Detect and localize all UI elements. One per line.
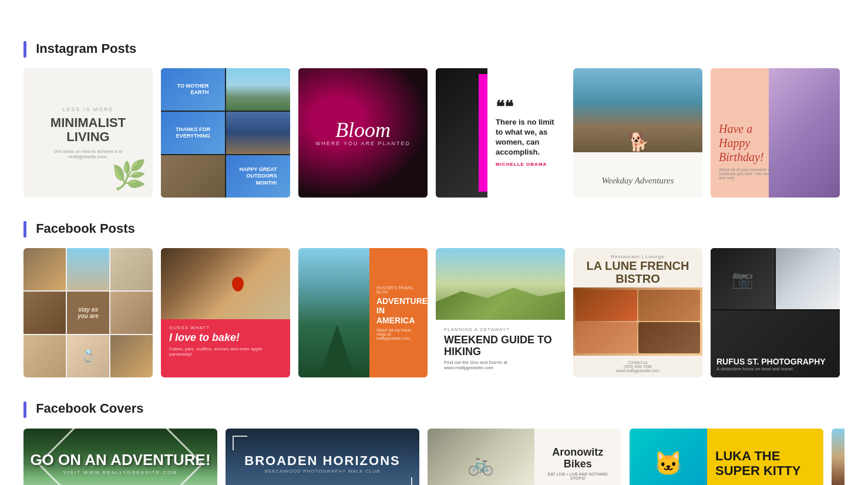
bistro-contact: Contact us(555) 456-7890www.reallygreasi…: [580, 360, 695, 373]
card-weekday-adventures[interactable]: 🐕 Weekday Adventures: [573, 68, 702, 198]
facebook-posts-title: Facebook Posts: [23, 221, 845, 238]
collage-cell-hiker: [67, 248, 109, 290]
mountains-icon: [436, 284, 565, 320]
food-cell-2: [638, 290, 700, 321]
luka-content: LUKA THE SUPER KITTY: [707, 429, 823, 485]
card-to-mother-earth[interactable]: TO MOTHEREARTH THANKS FOREVERYTHING HAPP…: [161, 68, 290, 198]
card-bistro[interactable]: Restaurant | Lounge LA LUNE FRENCH BISTR…: [573, 248, 702, 377]
grid-cell-6: HAPPY GREATOUTDOORSMONTH!: [226, 155, 290, 198]
bistro-header: Restaurant | Lounge LA LUNE FRENCH BISTR…: [573, 248, 702, 287]
accent-bar: [23, 41, 26, 58]
bake-tag: GUESS WHAT?: [169, 325, 282, 330]
dog-icon: 🐕: [627, 132, 649, 152]
card-stay-as-you-are[interactable]: stay asyou are 💍: [23, 248, 153, 377]
photo-cell-text: RUFUS ST. PHOTOGRAPHY A distinctive focu…: [711, 310, 840, 377]
collage-cell-bottom-l: [110, 292, 153, 334]
collage-cell-extra: [110, 335, 153, 377]
photo-text-container: RUFUS ST. PHOTOGRAPHY A distinctive focu…: [716, 357, 826, 372]
bloom-text: Bloom WHERE YOU ARE PLANTED: [315, 119, 411, 146]
bikes-title: Aronowitz Bikes: [540, 447, 616, 470]
weekday-title: Weekday Adventures: [601, 176, 674, 186]
card-bake[interactable]: GUESS WHAT? I love to bake! Cakes, pies,…: [161, 248, 290, 377]
collage-cell-hands: [110, 248, 153, 290]
cover-explore[interactable]: exp: [832, 429, 845, 485]
bikes-content: Aronowitz Bikes EAT LIVE • LIVE AND NOTH…: [534, 429, 622, 485]
magenta-border: [479, 74, 487, 192]
photo-cell-light: [776, 248, 840, 309]
cover-adventure[interactable]: GO ON AN ADVENTURE! VISIT WWW.REALLYGREA…: [23, 429, 217, 485]
facebook-posts-section: Facebook Posts stay asyou are 💍 GUESS WH…: [23, 221, 845, 383]
bake-image: [161, 248, 290, 319]
cover-luka[interactable]: 🐱 LUKA THE SUPER KITTY: [630, 429, 823, 485]
bike-icon: 🚲: [428, 429, 534, 485]
quote-author: MICHELLE OBAMA: [496, 162, 557, 167]
bistro-tag: Restaurant | Lounge: [580, 254, 695, 259]
food-cell-4: [638, 322, 700, 353]
adventure-cover-title: GO ON AN ADVENTURE!: [30, 452, 210, 467]
corner-top-left: [233, 436, 247, 450]
food-cell-1: [576, 290, 637, 321]
bikes-tag: EAT LIVE • LIVE AND NOTHING STOPS!: [540, 472, 616, 480]
weekday-image: 🐕: [573, 68, 702, 152]
card-adventures-america[interactable]: Hunter's Travel Blog ADVENTURES IN AMERI…: [298, 248, 428, 377]
adventure-subtitle: Watch all my travel vlogs at reallygreas…: [376, 328, 420, 340]
horizons-subtitle: BEECHWOOD PHOTOGRAPHY WALK CLUB: [244, 469, 400, 474]
bistro-image: [573, 287, 702, 356]
photography-title: RUFUS ST. PHOTOGRAPHY: [716, 357, 826, 366]
collage-cell-eye: [23, 248, 66, 290]
accent-bar-2: [23, 221, 26, 238]
adventure-tag: Hunter's Travel Blog: [376, 286, 420, 294]
collage-cell-stay: stay asyou are: [67, 292, 109, 334]
card-subtitle: Get ideas on how to achieve it at really…: [35, 149, 141, 159]
plant-icon: 🌿: [112, 159, 147, 192]
facebook-covers-section: Facebook Covers GO ON AN ADVENTURE! VISI…: [23, 401, 845, 485]
bake-subtitle: Cakes, pies, muffins, scones and even ap…: [169, 346, 282, 357]
card-minimalist-living[interactable]: LESS IS MORE MINIMALIST LIVING Get ideas…: [23, 68, 153, 198]
card-michelle-quote[interactable]: ❝❝ There is no limit to what we, as wome…: [436, 68, 565, 198]
birthday-text: Have a Happy Birthday! Share all of your…: [719, 122, 777, 180]
grid-cell-2: [226, 68, 290, 111]
hiking-title: WEEKEND GUIDE TO HIKING: [444, 335, 557, 358]
facebook-covers-row: GO ON AN ADVENTURE! VISIT WWW.REALLYGREA…: [23, 429, 845, 485]
cover-bikes[interactable]: 🚲 Aronowitz Bikes EAT LIVE • LIVE AND NO…: [428, 429, 621, 485]
corner-bottom-right: [398, 477, 412, 485]
luka-title: LUKA THE SUPER KITTY: [715, 449, 815, 477]
instagram-posts-row: LESS IS MORE MINIMALIST LIVING Get ideas…: [23, 68, 845, 203]
bikes-image: 🚲: [428, 429, 534, 485]
adventure-image: [298, 248, 369, 377]
grid-cell-4: [226, 112, 290, 154]
card-tag: LESS IS MORE: [62, 106, 114, 112]
photo-cell-camera: 📷: [711, 248, 775, 309]
adventure-cover-text: GO ON AN ADVENTURE! VISIT WWW.REALLYGREA…: [30, 452, 210, 475]
card-birthday[interactable]: Have a Happy Birthday! Share all of your…: [711, 68, 840, 198]
bake-title: I love to bake!: [169, 332, 282, 344]
photography-subtitle: A distinctive focus on food and travel.: [716, 366, 826, 372]
card-hiking[interactable]: Planning a getaway? WEEKEND GUIDE TO HIK…: [436, 248, 565, 377]
cat-icon: 🐱: [654, 450, 683, 477]
hiking-subtitle: Find out the Dos and Don'ts at www.reall…: [444, 360, 557, 370]
adventure-title: ADVENTURES IN AMERICA: [376, 296, 420, 326]
bake-content: GUESS WHAT? I love to bake! Cakes, pies,…: [161, 319, 290, 377]
cover-horizons[interactable]: BROADEN HORIZONS BEECHWOOD PHOTOGRAPHY W…: [226, 429, 419, 485]
camera-icon: 📷: [732, 269, 753, 289]
hiking-image: [436, 248, 565, 319]
facebook-covers-title: Facebook Covers: [23, 401, 845, 417]
card-bloom[interactable]: Bloom WHERE YOU ARE PLANTED: [298, 68, 428, 198]
quote-image: [436, 68, 487, 198]
grid-cell-3: THANKS FOREVERYTHING: [161, 112, 225, 154]
food-cell-3: [576, 322, 637, 353]
collage-cell-bottom-r: 💍: [67, 335, 109, 377]
horizons-text: BROADEN HORIZONS BEECHWOOD PHOTOGRAPHY W…: [244, 453, 400, 474]
card-photography[interactable]: 📷 RUFUS ST. PHOTOGRAPHY A distinctive fo…: [711, 248, 840, 377]
bistro-title: LA LUNE FRENCH BISTRO: [580, 259, 695, 285]
instagram-posts-title: Instagram Posts: [23, 41, 845, 58]
tree-icon: [319, 325, 355, 377]
strawberry-icon: [232, 277, 244, 292]
adventure-cover-subtitle: VISIT WWW.REALLYGREASITE.COM: [30, 470, 210, 475]
collage-cell-girl: [23, 292, 66, 334]
hiking-tag: Planning a getaway?: [444, 327, 557, 332]
bistro-footer: Contact us(555) 456-7890www.reallygreasi…: [573, 356, 702, 377]
horizons-title: BROADEN HORIZONS: [244, 453, 400, 469]
instagram-posts-section: Instagram Posts LESS IS MORE MINIMALIST …: [23, 41, 845, 203]
grid-cell-1: TO MOTHEREARTH: [161, 68, 225, 111]
